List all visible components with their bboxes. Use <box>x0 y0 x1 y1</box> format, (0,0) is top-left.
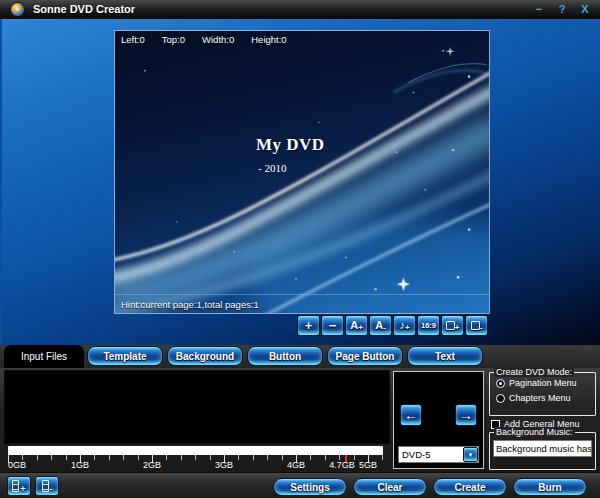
tab-text[interactable]: Text <box>407 346 483 366</box>
remove-file-button[interactable]: - <box>35 476 59 496</box>
font-increase-button[interactable]: A + <box>345 315 368 336</box>
background-music-group: Background Music: Background music has n… <box>489 432 596 470</box>
capacity-label-2gb: 2GB <box>143 460 161 470</box>
capacity-label-1gb: 1GB <box>71 460 89 470</box>
menu-subtitle-text[interactable]: - 2010 <box>258 162 325 174</box>
previous-page-button[interactable]: ← <box>400 404 422 426</box>
preview-toolbar: + − A + A - ♪ + 16:9 + <box>297 315 488 336</box>
plus-icon: + <box>305 319 313 332</box>
menu-title-text[interactable]: My DVD <box>256 135 325 155</box>
background-music-title: Background Music: <box>494 427 575 437</box>
font-increase-icon: A <box>350 320 358 331</box>
help-button[interactable]: ? <box>555 2 569 16</box>
input-files-list[interactable] <box>4 370 390 444</box>
capacity-label-5gb: 5GB <box>359 460 377 470</box>
dvd-disc-icon <box>10 2 25 17</box>
minimize-button[interactable]: − <box>532 2 546 16</box>
capacity-label-4gb: 4GB <box>287 460 305 470</box>
burn-button[interactable]: Burn <box>513 478 587 496</box>
chapters-menu-option[interactable]: Chapters Menu <box>496 393 595 403</box>
clear-button[interactable]: Clear <box>353 478 427 496</box>
create-dvd-mode-title: Create DVD Mode: <box>494 367 574 377</box>
disc-format-value: DVD-5 <box>399 449 463 460</box>
settings-panel: Create DVD Mode: Pagination Menu Chapter… <box>488 368 598 472</box>
arrow-right-icon: → <box>459 407 473 423</box>
aspect-ratio-icon: 16:9 <box>421 321 436 330</box>
chevron-down-icon: ▼ <box>468 452 474 458</box>
disc-format-dropdown[interactable]: DVD-5 ▼ <box>398 446 479 463</box>
coord-width: Width:0 <box>202 34 234 45</box>
bottom-bar: + - Settings Clear Create Burn <box>0 472 600 498</box>
window-controls: − ? X <box>532 2 592 16</box>
disc-capacity-ruler: 0GB 1GB 2GB 3GB 4GB 4.7GB 5GB <box>4 445 390 472</box>
zoom-in-icon <box>446 321 455 330</box>
coord-height: Height:0 <box>251 34 286 45</box>
page-hint: Hint:current page:1,total pages:1 <box>115 294 489 313</box>
font-decrease-button[interactable]: A - <box>369 315 392 336</box>
next-page-button[interactable]: → <box>455 404 477 426</box>
tab-background[interactable]: Background <box>167 346 243 366</box>
remove-item-button[interactable]: − <box>321 315 344 336</box>
tab-input-files[interactable]: Input Files <box>4 345 84 368</box>
capacity-label-47gb: 4.7GB <box>329 460 355 470</box>
page-navigator-panel: ← → DVD-5 ▼ <box>393 371 484 469</box>
dropdown-button[interactable]: ▼ <box>463 447 478 462</box>
capacity-label-0gb: 0GB <box>8 460 26 470</box>
dvd-menu-preview[interactable]: Left:0 Top:0 Width:0 Height:0 My DVD - 2… <box>114 30 490 314</box>
minus-icon: − <box>329 319 337 332</box>
window-title: Sonne DVD Creator <box>33 3 135 15</box>
preview-frame: Left:0 Top:0 Width:0 Height:0 My DVD - 2… <box>0 19 600 345</box>
coord-left: Left:0 <box>121 34 145 45</box>
title-bar: Sonne DVD Creator − ? X <box>0 0 600 19</box>
add-file-icon <box>12 480 19 492</box>
menu-title-block[interactable]: My DVD - 2010 <box>256 135 325 174</box>
zoom-in-button[interactable]: + <box>441 315 464 336</box>
tab-page-button[interactable]: Page Button <box>327 346 403 366</box>
font-decrease-icon: A <box>375 320 383 331</box>
create-dvd-mode-group: Create DVD Mode: Pagination Menu Chapter… <box>489 372 596 416</box>
aspect-ratio-button[interactable]: 16:9 <box>417 315 440 336</box>
capacity-bar[interactable] <box>8 446 383 455</box>
tab-template[interactable]: Template <box>87 346 163 366</box>
app-window: Sonne DVD Creator − ? X <box>0 0 600 498</box>
capacity-label-3gb: 3GB <box>215 460 233 470</box>
add-music-button[interactable]: ♪ + <box>393 315 416 336</box>
selection-coordinates: Left:0 Top:0 Width:0 Height:0 <box>121 34 287 45</box>
zoom-out-button[interactable]: - <box>465 315 488 336</box>
radio-chapters-menu[interactable] <box>496 394 505 403</box>
coord-top: Top:0 <box>162 34 185 45</box>
create-button[interactable]: Create <box>433 478 507 496</box>
add-file-button[interactable]: + <box>7 476 31 496</box>
settings-button[interactable]: Settings <box>273 478 347 496</box>
work-area: 0GB 1GB 2GB 3GB 4GB 4.7GB 5GB ← → DVD-5 … <box>0 368 600 472</box>
remove-file-icon <box>42 480 49 492</box>
pagination-menu-option[interactable]: Pagination Menu <box>496 378 595 388</box>
add-item-button[interactable]: + <box>297 315 320 336</box>
arrow-left-icon: ← <box>404 407 418 423</box>
background-music-field[interactable]: Background music has no <box>493 440 592 457</box>
tab-bar: Input Files Template Background Button P… <box>0 345 600 368</box>
capacity-ticks <box>8 455 383 463</box>
zoom-out-icon <box>471 321 480 330</box>
tab-button[interactable]: Button <box>247 346 323 366</box>
close-button[interactable]: X <box>578 2 592 16</box>
radio-pagination-menu[interactable] <box>496 379 505 388</box>
